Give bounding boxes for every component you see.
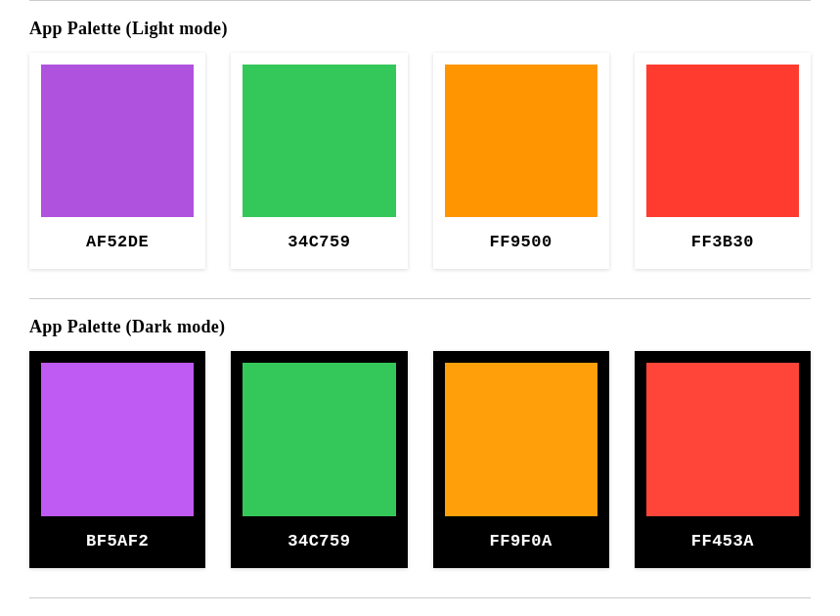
section-divider-top bbox=[29, 0, 811, 1]
swatch-label: FF3B30 bbox=[691, 233, 754, 257]
swatch-color bbox=[41, 363, 194, 515]
swatch-color bbox=[41, 65, 194, 217]
swatch-color bbox=[243, 363, 395, 515]
swatch-card: BF5AF2 bbox=[29, 351, 205, 567]
swatch-color bbox=[646, 363, 799, 515]
swatch-card: AF52DE bbox=[29, 53, 205, 269]
swatch-label: AF52DE bbox=[86, 233, 149, 257]
swatch-label: FF453A bbox=[691, 532, 754, 556]
swatch-label: FF9500 bbox=[490, 233, 553, 257]
swatch-card: FF3B30 bbox=[635, 53, 811, 269]
swatch-color bbox=[445, 363, 597, 515]
swatch-color bbox=[646, 65, 799, 217]
swatch-card: 34C759 bbox=[231, 351, 407, 567]
swatch-card: FF9F0A bbox=[433, 351, 609, 567]
section-title-dark: App Palette (Dark mode) bbox=[29, 317, 811, 337]
palette-row-dark: BF5AF2 34C759 FF9F0A FF453A bbox=[29, 351, 811, 567]
section-divider-bottom bbox=[29, 597, 811, 598]
swatch-color bbox=[445, 65, 597, 217]
swatch-color bbox=[243, 65, 395, 217]
section-title-light: App Palette (Light mode) bbox=[29, 19, 811, 39]
swatch-label: BF5AF2 bbox=[86, 532, 149, 556]
swatch-card: FF453A bbox=[635, 351, 811, 567]
swatch-card: FF9500 bbox=[433, 53, 609, 269]
swatch-label: FF9F0A bbox=[490, 532, 553, 556]
section-divider-middle bbox=[29, 298, 811, 299]
swatch-label: 34C759 bbox=[287, 233, 350, 257]
palette-row-light: AF52DE 34C759 FF9500 FF3B30 bbox=[29, 53, 811, 269]
swatch-card: 34C759 bbox=[231, 53, 407, 269]
swatch-label: 34C759 bbox=[287, 532, 350, 556]
